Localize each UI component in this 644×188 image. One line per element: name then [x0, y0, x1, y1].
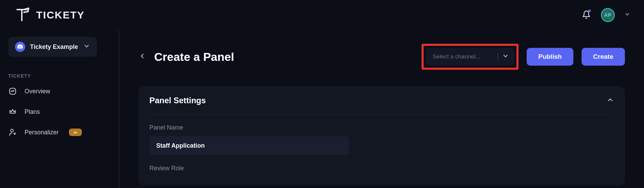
channel-select-chevron-icon: [502, 53, 509, 61]
panel-name-field: Panel Name: [149, 124, 614, 155]
channel-select-highlight: Select a channel...: [422, 44, 518, 70]
panel-settings-header[interactable]: Panel Settings: [149, 96, 614, 115]
publish-button[interactable]: Publish: [527, 48, 573, 66]
brand[interactable]: TICKETY: [14, 7, 85, 23]
topbar-right: AP: [582, 8, 630, 22]
plans-icon: [8, 107, 17, 116]
nav-item-overview[interactable]: Overview: [8, 87, 111, 96]
select-divider: [498, 53, 498, 61]
nav-item-plans[interactable]: Plans: [8, 107, 111, 116]
panel-settings-title: Panel Settings: [149, 96, 206, 105]
svg-point-1: [11, 129, 13, 132]
nav-list: Overview Plans: [8, 87, 111, 137]
sidebar: Tickety Example TICKETY Overview: [0, 30, 119, 188]
content: Create a Panel Select a channel... Pub: [119, 30, 644, 188]
discord-icon: [15, 42, 25, 52]
personalizer-icon: [8, 128, 17, 137]
nav-item-personalizer[interactable]: Personalizer: [8, 128, 111, 137]
notification-dot-icon: [588, 10, 591, 12]
channel-select-placeholder: Select a channel...: [433, 53, 494, 60]
user-avatar[interactable]: AP: [601, 8, 615, 22]
server-name: Tickety Example: [30, 43, 78, 51]
panel-name-label: Panel Name: [149, 124, 614, 131]
brand-name: TICKETY: [36, 9, 85, 21]
topbar: TICKETY AP: [0, 0, 644, 30]
main-wrapper: Tickety Example TICKETY Overview: [0, 30, 644, 188]
review-role-label: Review Role: [149, 165, 614, 172]
overview-icon: [8, 87, 17, 96]
back-chevron-icon[interactable]: [138, 52, 146, 61]
nav-label: Overview: [25, 88, 50, 95]
user-menu-chevron-icon[interactable]: [624, 11, 630, 19]
premium-crown-badge-icon: [69, 129, 82, 136]
collapse-chevron-icon: [606, 96, 614, 105]
server-selector[interactable]: Tickety Example: [8, 37, 97, 57]
header-actions: Select a channel... Publish Create: [422, 44, 625, 70]
notifications-bell-icon[interactable]: [582, 10, 591, 20]
nav-label: Plans: [25, 108, 40, 116]
panel-settings-card: Panel Settings Panel Name Review Role: [138, 86, 625, 186]
panel-name-input[interactable]: [149, 136, 349, 155]
page-header: Create a Panel Select a channel... Pub: [138, 44, 625, 70]
brand-logo-icon: [14, 7, 30, 23]
sidebar-section-label: TICKETY: [8, 73, 111, 79]
create-button[interactable]: Create: [582, 48, 625, 66]
page-title-wrap: Create a Panel: [138, 50, 234, 64]
page-title: Create a Panel: [154, 50, 234, 64]
nav-label: Personalizer: [25, 129, 59, 136]
channel-select[interactable]: Select a channel...: [426, 48, 514, 66]
server-chevron-icon: [83, 43, 90, 51]
